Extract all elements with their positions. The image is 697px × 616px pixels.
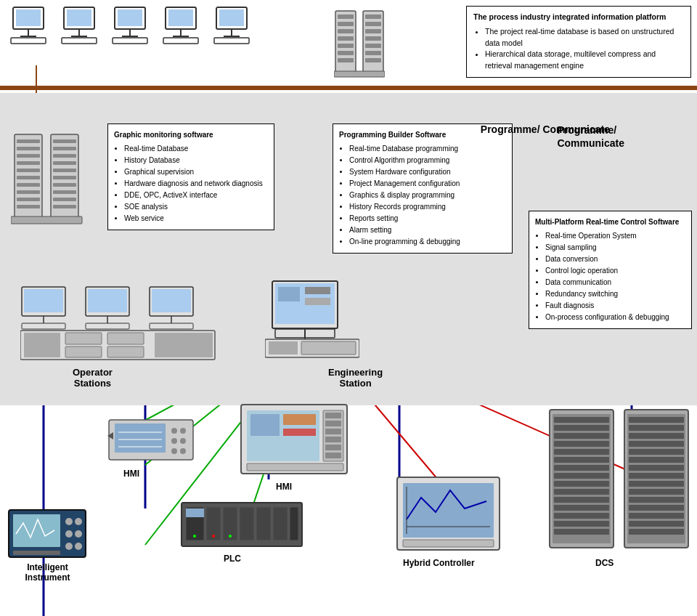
svg-rect-73	[17, 169, 40, 172]
svg-rect-117	[269, 341, 298, 354]
mp-item-4: Data communication	[545, 277, 685, 288]
programme-communicate: Programme/Communicate	[557, 123, 624, 150]
pb-item-6: Reports setting	[349, 213, 506, 224]
svg-rect-98	[65, 346, 102, 357]
svg-point-155	[212, 535, 215, 538]
svg-rect-153	[290, 507, 298, 540]
hybrid-controller-device	[396, 476, 501, 557]
gm-item-1: History Database	[124, 155, 268, 166]
engineering-station-label: Engineering Station	[328, 367, 383, 389]
svg-rect-203	[629, 521, 684, 527]
mp-item-1: Signal sampling	[545, 242, 685, 254]
svg-rect-114	[305, 298, 330, 305]
svg-rect-45	[163, 38, 198, 44]
svg-rect-150	[240, 507, 254, 540]
gm-item-3: Hardware diagnosis and network diagnosis	[124, 178, 268, 190]
svg-rect-57	[338, 51, 354, 55]
svg-rect-193	[629, 441, 684, 447]
svg-rect-54	[338, 29, 354, 33]
info-box: The process industry integrated informat…	[466, 6, 691, 78]
workstation-1	[7, 6, 49, 47]
pb-item-2: System Hardware configuration	[349, 166, 506, 178]
svg-point-130	[180, 448, 186, 454]
svg-rect-40	[113, 38, 147, 44]
info-box-title: The process industry integrated informat…	[473, 12, 684, 23]
svg-rect-173	[554, 417, 609, 423]
svg-rect-199	[629, 489, 684, 495]
plc-device	[180, 501, 303, 554]
svg-rect-72	[17, 161, 40, 165]
svg-rect-185	[554, 513, 609, 519]
svg-rect-86	[53, 183, 76, 187]
svg-rect-97	[65, 333, 102, 344]
svg-rect-140	[325, 429, 341, 434]
svg-rect-100	[88, 289, 127, 312]
svg-rect-60	[365, 15, 381, 19]
svg-rect-136	[283, 429, 316, 436]
workstation-2	[58, 6, 100, 47]
svg-rect-76	[17, 190, 40, 194]
hmi1-label: HMI	[123, 469, 139, 479]
svg-rect-141	[325, 437, 341, 442]
gm-item-5: SOE analysis	[124, 201, 268, 213]
svg-rect-170	[403, 540, 494, 547]
svg-rect-144	[247, 463, 343, 471]
svg-rect-175	[554, 433, 609, 439]
svg-point-160	[75, 518, 82, 525]
multi-platform-box: Multi-Platform Real-time Control Softwar…	[529, 211, 692, 329]
svg-rect-82	[53, 154, 76, 158]
workstation-4	[160, 6, 202, 47]
svg-rect-165	[13, 551, 60, 555]
svg-point-127	[171, 438, 177, 444]
gm-item-4: DDE, OPC, ActiveX interface	[124, 190, 268, 201]
pb-item-8: On-line programming & debugging	[349, 236, 506, 248]
workstations-group	[7, 6, 253, 47]
hmi2-device	[240, 403, 348, 481]
svg-rect-196	[629, 465, 684, 471]
svg-rect-201	[629, 505, 684, 511]
svg-point-161	[65, 530, 73, 538]
svg-rect-81	[53, 147, 76, 150]
svg-rect-85	[53, 176, 76, 179]
svg-point-162	[75, 530, 82, 538]
svg-rect-87	[53, 190, 76, 194]
svg-rect-104	[107, 346, 144, 357]
svg-rect-65	[365, 51, 381, 55]
svg-rect-184	[554, 505, 609, 511]
svg-rect-84	[53, 169, 76, 172]
svg-rect-67	[334, 71, 385, 77]
workstation-5	[211, 6, 253, 47]
graphic-monitoring-box: Graphic monitoring software Real-time Da…	[107, 123, 274, 230]
svg-rect-182	[554, 489, 609, 495]
hmi2-label: HMI	[276, 482, 292, 492]
svg-rect-71	[17, 154, 40, 158]
svg-rect-55	[338, 36, 354, 41]
svg-rect-176	[554, 441, 609, 447]
mp-item-3: Control logic operation	[545, 265, 685, 277]
svg-rect-90	[11, 216, 82, 224]
svg-point-129	[171, 448, 177, 454]
svg-rect-66	[365, 58, 381, 62]
svg-point-164	[75, 543, 82, 550]
svg-rect-147	[186, 508, 204, 517]
plc-label: PLC	[224, 554, 241, 564]
svg-point-126	[180, 428, 186, 434]
svg-rect-103	[107, 333, 144, 344]
svg-rect-186	[554, 521, 609, 527]
svg-rect-80	[53, 139, 76, 143]
svg-rect-29	[11, 38, 46, 44]
svg-rect-47	[219, 9, 244, 26]
svg-rect-183	[554, 497, 609, 503]
svg-rect-62	[365, 29, 381, 33]
svg-rect-134	[250, 414, 280, 436]
svg-rect-26	[16, 9, 41, 26]
workstation-3	[109, 6, 151, 47]
svg-rect-121	[115, 423, 166, 453]
gm-item-6: Web service	[124, 213, 268, 224]
svg-rect-51	[335, 11, 356, 73]
engineering-station-computer	[265, 280, 359, 365]
svg-rect-112	[278, 287, 300, 301]
svg-rect-75	[17, 183, 40, 187]
server-rack-icon	[334, 7, 385, 81]
svg-rect-102	[86, 323, 129, 329]
